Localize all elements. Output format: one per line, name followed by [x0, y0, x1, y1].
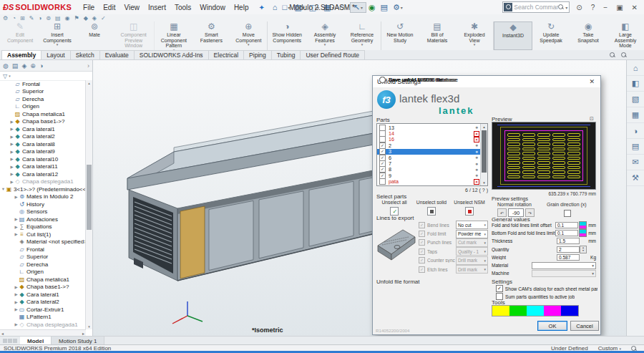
tree-item[interactable]: ▶ ◆ Cara lateral9 — [0, 148, 86, 156]
tree-item[interactable]: ▶ ▭ Cortar-Extruir1 — [0, 306, 86, 314]
grain-direction-checkbox[interactable] — [564, 210, 571, 217]
line-checkbox[interactable]: ✓ — [419, 239, 425, 246]
tree-item[interactable]: ▦ LPattern1 — [0, 314, 86, 321]
mini-toolbar-icon[interactable]: ⚙ — [3, 15, 8, 21]
maximize-button[interactable]: ▣ — [614, 4, 625, 11]
pane-flyout-icon[interactable]: › — [87, 62, 89, 69]
mini-toolbar-icon[interactable]: ✎ — [29, 15, 34, 21]
tool-color-swatch[interactable] — [492, 306, 509, 316]
ok-button[interactable]: OK — [537, 321, 567, 331]
view-palette-icon[interactable]: ▦ — [627, 107, 644, 123]
tree-item[interactable]: ▶ ◆ Cara lateral2 — [0, 133, 86, 141]
dialog-close-icon[interactable]: ✕ — [583, 78, 600, 85]
tool-color-swatch[interactable] — [561, 306, 578, 316]
mini-toolbar-icon[interactable]: ▤ — [55, 15, 61, 21]
menu-item[interactable]: File — [79, 4, 99, 11]
resources-icon[interactable]: ⚒ — [627, 170, 644, 186]
feature-manager-tab-icon[interactable]: ◈ — [21, 62, 26, 69]
tree-vertical-scrollbar[interactable]: ▴ ▾ — [85, 80, 92, 329]
line-type-dropdown[interactable]: Cut mark ▾ — [456, 238, 488, 247]
zoom-search-icon[interactable] — [621, 52, 627, 58]
fold-offset-input[interactable]: 0.1 — [555, 222, 578, 228]
tree-item[interactable]: ▱ Derecha — [0, 95, 86, 103]
select-arrow-icon[interactable]: ↖▾ — [350, 2, 366, 13]
menu-item[interactable]: View — [119, 4, 144, 11]
ribbon-button[interactable]: ◈ Assembly Features ▾ — [306, 21, 343, 50]
custom-properties-icon[interactable]: ▤ — [627, 139, 644, 155]
cam-dialog-checkbox[interactable]: ✓ — [496, 285, 503, 292]
ribbon-button[interactable]: ▤ Bill of Materials — [419, 21, 456, 50]
line-checkbox[interactable]: ✓ — [419, 257, 425, 263]
unselect-nsm-button[interactable] — [465, 207, 474, 216]
tree-item[interactable]: ∟ Origen — [0, 103, 86, 111]
ribbon-button[interactable]: ⊕ Move Component ▾ — [230, 21, 268, 50]
tree-horizontal-scrollbar[interactable]: ◂ ▸ — [0, 329, 86, 336]
appearances-icon[interactable]: ◑ — [627, 123, 644, 139]
mini-toolbar-icon[interactable]: ⚑ — [74, 15, 79, 21]
quantity-stepper[interactable]: ▴▾ — [580, 246, 587, 253]
line-type-dropdown[interactable]: Drill mark ▾ — [456, 256, 488, 265]
mini-toolbar-icon[interactable]: ◈ — [92, 15, 97, 21]
line-checkbox[interactable]: ✓ — [419, 222, 425, 228]
format-radio-row[interactable]: Save unfold to DXF file — [379, 76, 442, 83]
help-button[interactable]: ? — [589, 4, 597, 11]
line-checkbox[interactable]: ✓ — [419, 266, 425, 273]
cancel-button[interactable]: Cancel — [570, 321, 599, 331]
tree-item[interactable]: ▶ ◆ Cara lateral1 — [0, 125, 86, 133]
ribbon-button[interactable]: ◆ Instant3D — [494, 21, 532, 50]
command-tab[interactable]: Electrical — [208, 50, 244, 59]
menu-item[interactable]: Edit — [99, 4, 119, 11]
search-input[interactable]: Search Commands ▾ — [502, 1, 570, 13]
minimize-button[interactable]: − — [601, 4, 610, 11]
command-tab[interactable]: SOLIDWORKS Add-Ins — [134, 50, 209, 59]
line-checkbox[interactable]: ✓ — [419, 248, 425, 255]
part-checkbox[interactable] — [379, 178, 386, 185]
command-tab[interactable]: Piping — [243, 50, 272, 59]
tree-item[interactable]: ▱ Frontal — [0, 246, 86, 253]
undo-icon[interactable]: ↶▾ — [336, 2, 349, 13]
mini-toolbar-icon[interactable]: ◑ — [38, 15, 42, 21]
ribbon-button[interactable]: ◫ Component Preview Window — [113, 21, 155, 50]
mini-toolbar-icon[interactable]: ✓ — [101, 15, 106, 21]
feature-manager-tab-icon[interactable]: ◑ — [39, 62, 43, 69]
save-icon[interactable]: ◫▾ — [307, 2, 321, 13]
tool-color-swatch[interactable] — [527, 306, 544, 316]
thickness-input[interactable]: 1.5 — [557, 238, 580, 244]
line-color-swatch[interactable] — [579, 221, 587, 229]
tree-item[interactable]: ▨ Chapa metalica1 — [0, 110, 86, 118]
command-tab[interactable]: Layout — [41, 50, 71, 59]
tree-item[interactable]: ▱ Derecha — [0, 261, 86, 269]
file-explorer-icon[interactable]: ▧ — [627, 92, 644, 107]
tool-color-swatch[interactable] — [509, 306, 527, 316]
line-checkbox[interactable]: ✓ — [419, 231, 425, 237]
tree-item[interactable]: ▱ Superior — [0, 253, 86, 261]
forum-icon[interactable]: ✉ — [627, 155, 644, 170]
mini-toolbar-icon[interactable]: ◆ — [84, 15, 88, 21]
line-type-dropdown[interactable]: Quality - 1 ▾ — [456, 247, 488, 256]
tree-item[interactable]: ▶ ◆ Chapa base1->? — [0, 284, 86, 291]
home-icon[interactable]: ⌂ — [270, 2, 280, 13]
close-button[interactable]: ✕ — [630, 4, 640, 11]
ribbon-button[interactable]: ✱ Exploded View ▾ — [456, 21, 494, 50]
bottom-fold-offset-input[interactable]: 0.1 — [555, 230, 578, 236]
line-color-swatch[interactable] — [579, 229, 587, 237]
mini-toolbar-icon[interactable]: ◔ — [12, 15, 16, 21]
menu-item[interactable]: Insert — [144, 4, 170, 11]
print-icon[interactable]: ▦▾ — [321, 2, 336, 13]
new-document-icon[interactable]: □▾ — [280, 2, 293, 13]
ribbon-button[interactable]: ◧ Large Assembly Mode — [607, 21, 644, 50]
tree-item[interactable]: ∟ Origen — [0, 269, 86, 276]
line-type-dropdown[interactable]: No cut ▾ — [456, 221, 488, 229]
pin-icon[interactable]: ✦ — [258, 4, 264, 11]
tree-item[interactable]: ▶ ◆ Cara lateral8 — [0, 140, 86, 148]
ribbon-button[interactable]: ∟ Reference Geometry ▾ — [343, 21, 381, 50]
command-tab[interactable]: User Defined Route — [300, 50, 365, 59]
menu-item[interactable]: Window — [195, 4, 230, 11]
ribbon-button[interactable]: ✎ Edit Component — [1, 21, 39, 50]
tree-item[interactable]: ▶ ◆ Chapa base1->? — [0, 118, 86, 126]
command-tab[interactable]: Sketch — [70, 50, 100, 59]
tree-item[interactable]: ▶ ◇ Chapa desplegada1 — [0, 321, 86, 329]
line-type-dropdown[interactable]: Powder me ▾ — [456, 230, 488, 238]
tree-item[interactable]: ↺ History — [0, 200, 86, 208]
weight-input[interactable]: 0.587 — [557, 254, 580, 261]
